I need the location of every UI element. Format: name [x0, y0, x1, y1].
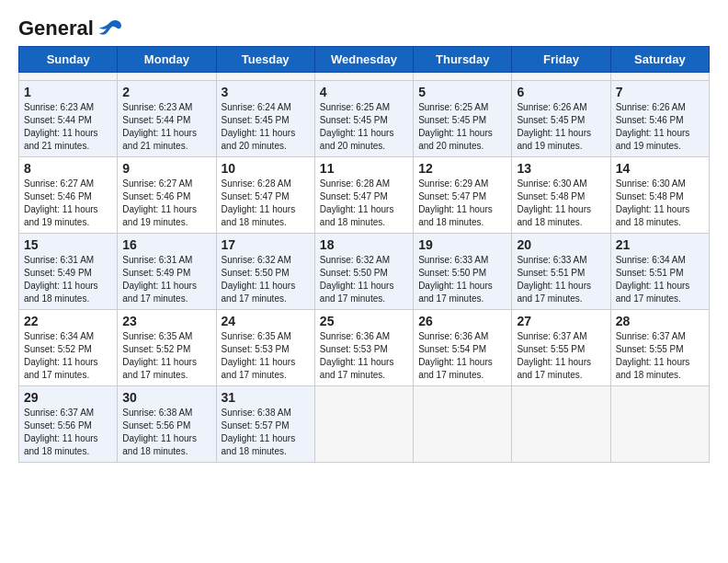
sunset-text: Sunset: 5:52 PM: [24, 343, 112, 356]
cell-details: Sunrise: 6:30 AM Sunset: 5:48 PM Dayligh…: [517, 178, 605, 229]
day-number: 7: [616, 85, 704, 99]
sunrise-text: Sunrise: 6:33 AM: [418, 254, 506, 267]
day-number: 12: [418, 161, 506, 176]
daylight-text: Daylight: 11 hours and 17 minutes.: [517, 356, 605, 382]
cell-details: Sunrise: 6:32 AM Sunset: 5:50 PM Dayligh…: [222, 254, 310, 305]
weekday-header: Thursday: [414, 47, 512, 73]
daylight-text: Daylight: 11 hours and 17 minutes.: [320, 356, 408, 382]
cell-details: Sunrise: 6:36 AM Sunset: 5:53 PM Dayligh…: [320, 330, 408, 382]
day-number: 8: [24, 161, 112, 176]
header: General: [18, 18, 710, 37]
day-number: 31: [222, 390, 310, 405]
calendar-week-row: [19, 73, 710, 81]
sunrise-text: Sunrise: 6:34 AM: [24, 330, 112, 343]
daylight-text: Daylight: 11 hours and 18 minutes.: [517, 203, 605, 229]
day-number: 15: [24, 237, 112, 252]
day-number: 21: [616, 237, 704, 252]
calendar-cell: 12 Sunrise: 6:29 AM Sunset: 5:47 PM Dayl…: [414, 157, 512, 234]
sunrise-text: Sunrise: 6:32 AM: [320, 254, 408, 267]
sunset-text: Sunset: 5:46 PM: [616, 114, 704, 127]
cell-details: Sunrise: 6:26 AM Sunset: 5:45 PM Dayligh…: [517, 101, 605, 153]
sunset-text: Sunset: 5:49 PM: [122, 267, 210, 280]
calendar-cell: 5 Sunrise: 6:25 AM Sunset: 5:45 PM Dayli…: [414, 81, 512, 157]
calendar-cell: 9 Sunrise: 6:27 AM Sunset: 5:46 PM Dayli…: [118, 157, 216, 234]
sunset-text: Sunset: 5:44 PM: [24, 114, 112, 127]
sunrise-text: Sunrise: 6:38 AM: [222, 407, 310, 419]
cell-details: Sunrise: 6:34 AM Sunset: 5:51 PM Dayligh…: [616, 254, 704, 305]
sunrise-text: Sunrise: 6:31 AM: [122, 254, 210, 267]
calendar-cell: 11 Sunrise: 6:28 AM Sunset: 5:47 PM Dayl…: [314, 157, 413, 234]
header-row: SundayMondayTuesdayWednesdayThursdayFrid…: [19, 47, 710, 73]
sunrise-text: Sunrise: 6:27 AM: [24, 178, 112, 190]
daylight-text: Daylight: 11 hours and 20 minutes.: [418, 127, 506, 153]
calendar-cell: 17 Sunrise: 6:32 AM Sunset: 5:50 PM Dayl…: [216, 234, 314, 310]
calendar-cell: 21 Sunrise: 6:34 AM Sunset: 5:51 PM Dayl…: [610, 234, 709, 310]
sunset-text: Sunset: 5:46 PM: [122, 190, 210, 203]
calendar-cell: 14 Sunrise: 6:30 AM Sunset: 5:48 PM Dayl…: [610, 157, 709, 234]
sunrise-text: Sunrise: 6:38 AM: [122, 407, 210, 419]
sunset-text: Sunset: 5:54 PM: [418, 343, 506, 356]
weekday-header: Monday: [118, 47, 216, 73]
sunset-text: Sunset: 5:50 PM: [418, 267, 506, 280]
cell-details: Sunrise: 6:37 AM Sunset: 5:56 PM Dayligh…: [24, 407, 112, 458]
calendar-week-row: 8 Sunrise: 6:27 AM Sunset: 5:46 PM Dayli…: [19, 157, 710, 234]
sunset-text: Sunset: 5:47 PM: [320, 190, 408, 203]
sunset-text: Sunset: 5:48 PM: [616, 190, 704, 203]
sunrise-text: Sunrise: 6:26 AM: [517, 101, 605, 114]
sunrise-text: Sunrise: 6:35 AM: [222, 330, 310, 343]
calendar-week-row: 29 Sunrise: 6:37 AM Sunset: 5:56 PM Dayl…: [19, 386, 710, 463]
sunset-text: Sunset: 5:53 PM: [222, 343, 310, 356]
sunrise-text: Sunrise: 6:34 AM: [616, 254, 704, 267]
sunset-text: Sunset: 5:57 PM: [222, 419, 310, 432]
sunset-text: Sunset: 5:55 PM: [517, 343, 605, 356]
cell-details: Sunrise: 6:28 AM Sunset: 5:47 PM Dayligh…: [222, 178, 310, 229]
cell-details: Sunrise: 6:30 AM Sunset: 5:48 PM Dayligh…: [616, 178, 704, 229]
calendar-cell: 13 Sunrise: 6:30 AM Sunset: 5:48 PM Dayl…: [512, 157, 610, 234]
cell-details: Sunrise: 6:37 AM Sunset: 5:55 PM Dayligh…: [616, 330, 704, 382]
calendar-cell: 26 Sunrise: 6:36 AM Sunset: 5:54 PM Dayl…: [414, 310, 512, 386]
sunset-text: Sunset: 5:52 PM: [122, 343, 210, 356]
day-number: 16: [122, 237, 210, 252]
cell-details: Sunrise: 6:28 AM Sunset: 5:47 PM Dayligh…: [320, 178, 408, 229]
sunrise-text: Sunrise: 6:32 AM: [222, 254, 310, 267]
cell-details: Sunrise: 6:31 AM Sunset: 5:49 PM Dayligh…: [24, 254, 112, 305]
daylight-text: Daylight: 11 hours and 18 minutes.: [320, 203, 408, 229]
sunset-text: Sunset: 5:45 PM: [222, 114, 310, 127]
day-number: 17: [222, 237, 310, 252]
cell-details: Sunrise: 6:26 AM Sunset: 5:46 PM Dayligh…: [616, 101, 704, 153]
daylight-text: Daylight: 11 hours and 21 minutes.: [122, 127, 210, 153]
sunset-text: Sunset: 5:49 PM: [24, 267, 112, 280]
calendar-cell: 24 Sunrise: 6:35 AM Sunset: 5:53 PM Dayl…: [216, 310, 314, 386]
calendar-cell: 7 Sunrise: 6:26 AM Sunset: 5:46 PM Dayli…: [610, 81, 709, 157]
daylight-text: Daylight: 11 hours and 18 minutes.: [24, 280, 112, 305]
calendar-cell: 30 Sunrise: 6:38 AM Sunset: 5:56 PM Dayl…: [118, 386, 216, 463]
calendar-cell: 8 Sunrise: 6:27 AM Sunset: 5:46 PM Dayli…: [19, 157, 118, 234]
daylight-text: Daylight: 11 hours and 17 minutes.: [24, 356, 112, 382]
sunrise-text: Sunrise: 6:25 AM: [320, 101, 408, 114]
calendar-cell: [19, 73, 118, 81]
calendar-cell: [414, 73, 512, 81]
day-number: 29: [24, 390, 112, 405]
calendar-cell: 27 Sunrise: 6:37 AM Sunset: 5:55 PM Dayl…: [512, 310, 610, 386]
daylight-text: Daylight: 11 hours and 17 minutes.: [122, 280, 210, 305]
calendar-table: SundayMondayTuesdayWednesdayThursdayFrid…: [18, 46, 710, 463]
daylight-text: Daylight: 11 hours and 17 minutes.: [418, 356, 506, 382]
sunrise-text: Sunrise: 6:28 AM: [222, 178, 310, 190]
daylight-text: Daylight: 11 hours and 17 minutes.: [616, 280, 704, 305]
calendar-cell: 25 Sunrise: 6:36 AM Sunset: 5:53 PM Dayl…: [314, 310, 413, 386]
daylight-text: Daylight: 11 hours and 20 minutes.: [320, 127, 408, 153]
daylight-text: Daylight: 11 hours and 18 minutes.: [24, 432, 112, 458]
daylight-text: Daylight: 11 hours and 17 minutes.: [222, 356, 310, 382]
sunrise-text: Sunrise: 6:37 AM: [616, 330, 704, 343]
cell-details: Sunrise: 6:33 AM Sunset: 5:51 PM Dayligh…: [517, 254, 605, 305]
day-number: 20: [517, 237, 605, 252]
calendar-cell: 10 Sunrise: 6:28 AM Sunset: 5:47 PM Dayl…: [216, 157, 314, 234]
daylight-text: Daylight: 11 hours and 20 minutes.: [222, 127, 310, 153]
calendar-cell: 19 Sunrise: 6:33 AM Sunset: 5:50 PM Dayl…: [414, 234, 512, 310]
cell-details: Sunrise: 6:36 AM Sunset: 5:54 PM Dayligh…: [418, 330, 506, 382]
day-number: 22: [24, 314, 112, 328]
calendar-week-row: 15 Sunrise: 6:31 AM Sunset: 5:49 PM Dayl…: [19, 234, 710, 310]
calendar-cell: 28 Sunrise: 6:37 AM Sunset: 5:55 PM Dayl…: [610, 310, 709, 386]
sunrise-text: Sunrise: 6:23 AM: [24, 101, 112, 114]
cell-details: Sunrise: 6:24 AM Sunset: 5:45 PM Dayligh…: [222, 101, 310, 153]
